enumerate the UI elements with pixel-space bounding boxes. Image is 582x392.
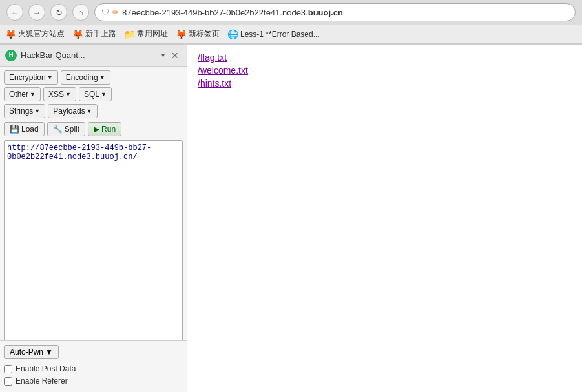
hackbar-close-button[interactable]: ✕: [169, 49, 182, 62]
enable-referer-row: Enable Referer: [4, 377, 183, 386]
split-icon: 🔧: [53, 125, 63, 134]
autopwn-button[interactable]: Auto-Pwn ▼: [4, 345, 59, 359]
encryption-button[interactable]: Encryption ▼: [4, 70, 58, 85]
bookmark-label: 新手上路: [85, 28, 116, 39]
url-prefix: 87eecbbe-2193-449b-bb27-0b0e2b22fe41.nod…: [122, 8, 308, 17]
web-icon: 🌐: [227, 29, 238, 39]
url-bold: buuoj.cn: [308, 8, 343, 17]
home-button[interactable]: ⌂: [72, 4, 89, 21]
link-welcome[interactable]: /welcome.txt: [198, 65, 572, 76]
beginner-icon: 🦊: [72, 29, 83, 39]
hackbar-toolbar: Encryption ▼ Encoding ▼: [0, 67, 187, 87]
link-hints[interactable]: /hints.txt: [198, 78, 572, 88]
strings-button[interactable]: Strings ▼: [4, 104, 45, 118]
back-button[interactable]: ←: [6, 4, 23, 21]
hackbar-toolbar-row3: Strings ▼ Payloads ▼: [0, 104, 187, 121]
shield-icon: 🛡: [101, 8, 109, 17]
hackbar-header: H HackBar Quant... ▾ ✕: [0, 45, 187, 67]
bookmark-label: 火狐官方站点: [18, 28, 65, 39]
bookmark-label: 新标签页: [189, 28, 220, 39]
autopwn-arrow: ▼: [45, 347, 53, 356]
load-icon: 💾: [10, 125, 19, 134]
strings-arrow: ▼: [34, 108, 40, 114]
run-icon: ▶: [94, 125, 99, 134]
autopwn-section: Auto-Pwn ▼ Enable Post Data Enable Refer…: [0, 340, 187, 392]
common-icon: 📁: [124, 29, 135, 39]
bookmark-newtab[interactable]: 🦊 新标签页: [176, 28, 220, 39]
bookmark-beginner[interactable]: 🦊 新手上路: [72, 28, 116, 39]
enable-post-data-label: Enable Post Data: [16, 364, 76, 373]
main-layout: H HackBar Quant... ▾ ✕ Encryption ▼ Enco…: [0, 45, 582, 392]
bookmark-firefox[interactable]: 🦊 火狐官方站点: [5, 28, 65, 39]
link-flag[interactable]: /flag.txt: [198, 52, 572, 63]
refresh-button[interactable]: ↻: [50, 4, 67, 21]
encryption-arrow: ▼: [47, 74, 53, 81]
web-content: /flag.txt /welcome.txt /hints.txt: [187, 45, 582, 392]
bookmark-label: Less-1 **Error Based...: [240, 30, 320, 39]
hackbar-title: HackBar Quant...: [21, 50, 158, 60]
run-button[interactable]: ▶ Run: [88, 122, 121, 136]
split-button[interactable]: 🔧 Split: [47, 122, 85, 136]
browser-chrome: ← → ↻ ⌂ 🛡 ✏ 87eecbbe-2193-449b-bb27-0b0e…: [0, 0, 582, 45]
enable-post-data-checkbox[interactable]: [4, 365, 12, 373]
firefox-icon: 🦊: [5, 29, 16, 39]
load-button[interactable]: 💾 Load: [4, 122, 45, 136]
sql-arrow: ▼: [101, 91, 107, 98]
encoding-button[interactable]: Encoding ▼: [61, 70, 110, 85]
bookmark-less1[interactable]: 🌐 Less-1 **Error Based...: [227, 29, 320, 39]
hackbar-logo: H: [5, 50, 17, 61]
bookmark-label: 常用网址: [137, 28, 168, 39]
bookmarks-bar: 🦊 火狐官方站点 🦊 新手上路 📁 常用网址 🦊 新标签页 🌐 Less-1 *…: [0, 25, 582, 44]
xss-button[interactable]: XSS ▼: [43, 87, 76, 101]
hackbar-panel: H HackBar Quant... ▾ ✕ Encryption ▼ Enco…: [0, 45, 187, 392]
payloads-arrow: ▼: [87, 108, 92, 114]
url-text: 87eecbbe-2193-449b-bb27-0b0e2b22fe41.nod…: [122, 8, 343, 17]
sql-button[interactable]: SQL ▼: [79, 87, 112, 101]
hackbar-dropdown-arrow[interactable]: ▾: [161, 52, 165, 59]
bookmark-common[interactable]: 📁 常用网址: [124, 28, 168, 39]
enable-referer-checkbox[interactable]: [4, 377, 12, 386]
address-bar[interactable]: 🛡 ✏ 87eecbbe-2193-449b-bb27-0b0e2b22fe41…: [94, 3, 576, 21]
hackbar-toolbar-row2: Other ▼ XSS ▼ SQL ▼: [0, 87, 187, 104]
action-buttons: 💾 Load 🔧 Split ▶ Run: [0, 121, 187, 140]
forward-button[interactable]: →: [28, 4, 45, 21]
payloads-button[interactable]: Payloads ▼: [48, 104, 97, 118]
other-button[interactable]: Other ▼: [4, 87, 41, 101]
encoding-arrow: ▼: [99, 74, 105, 81]
pencil-icon: ✏: [112, 8, 119, 17]
title-bar: ← → ↻ ⌂ 🛡 ✏ 87eecbbe-2193-449b-bb27-0b0e…: [0, 0, 582, 25]
xss-arrow: ▼: [65, 91, 71, 98]
enable-referer-label: Enable Referer: [16, 377, 68, 386]
newtab-icon: 🦊: [176, 29, 187, 39]
enable-post-data-row: Enable Post Data: [4, 364, 183, 373]
url-input[interactable]: http://87eecbbe-2193-449b-bb27-0b0e2b22f…: [4, 140, 183, 340]
other-arrow: ▼: [30, 91, 36, 98]
